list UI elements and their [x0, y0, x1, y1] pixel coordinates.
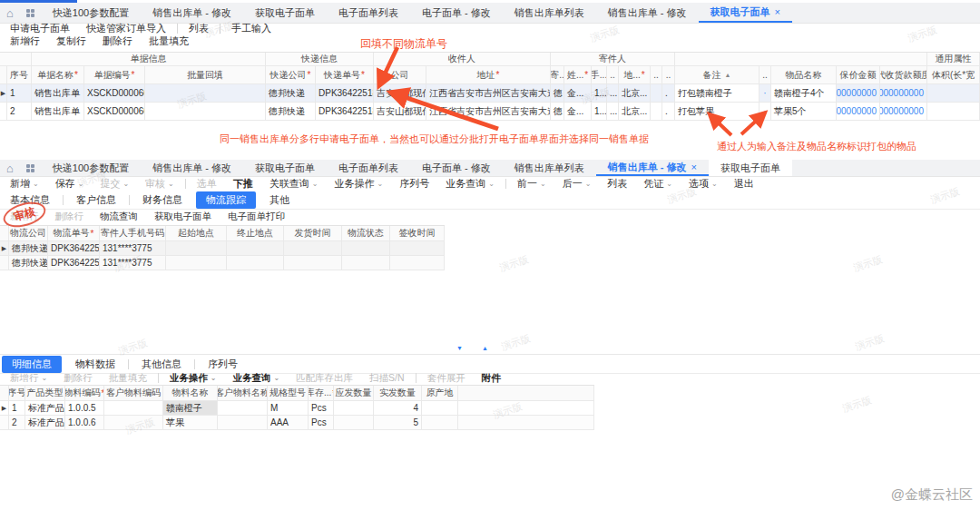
grid-cell-material-code[interactable]: 1.0.0.5 — [65, 401, 104, 416]
grid-cell-tracking-no[interactable]: DPK364225186611 — [316, 103, 374, 121]
tab-ewaybill-list[interactable]: 电子面单列表 — [327, 3, 410, 23]
grid-cell-volume[interactable] — [927, 84, 980, 103]
tab-sales-outbound-edit2[interactable]: 销售出库单 - 修改 — [596, 3, 699, 23]
ewaybill-print-button[interactable]: 电子面单打印 — [220, 211, 293, 223]
grid-row-2[interactable]: 2 标准产品 1.0.0.6 苹果 AAA Pcs 5 — [0, 416, 594, 430]
get-ewaybill-button[interactable]: 获取电子面单 — [146, 211, 220, 223]
close-icon[interactable]: × — [691, 162, 697, 172]
column-header-material-name[interactable]: 物料名称 — [163, 386, 218, 401]
grid-cell-seq[interactable]: 1 — [9, 401, 25, 416]
grid-cell-cod-amount[interactable]: 0.0000000000 — [880, 103, 927, 121]
column-header-misc[interactable]: .. — [760, 66, 771, 84]
delete-row-button[interactable]: 删除行 — [55, 372, 101, 385]
grid-cell-courier[interactable]: 德邦快递 — [266, 84, 316, 103]
tab-sales-outbound-edit-active[interactable]: 销售出库单 - 修改 × — [596, 160, 709, 176]
grid-cell[interactable]: 德 — [551, 84, 564, 103]
column-header-product-type[interactable]: 产品类型 — [25, 386, 65, 401]
tab-sales-outbound-edit[interactable]: 销售出库单 - 修改 — [141, 160, 243, 176]
column-header-batch-fill[interactable]: 批量回填 — [145, 66, 266, 84]
grid-cell-spec-model[interactable]: M — [268, 401, 309, 416]
grid-row-1[interactable]: ▶ 德邦快递 DPK364225186605 131****3775 — [0, 241, 445, 256]
grid-cell-material-name[interactable]: 苹果 — [163, 416, 218, 430]
grid-cell-batch-fill[interactable] — [145, 84, 266, 103]
column-header-logistics-company[interactable]: 物流公司 — [9, 226, 48, 241]
grid-cell-volume[interactable] — [927, 103, 980, 121]
grid-row-2[interactable]: 德邦快递 DPK364225186611 131****3775 — [0, 256, 445, 270]
column-header-due-qty[interactable]: 应发数量 — [334, 386, 374, 401]
apply-ewaybill-button[interactable]: 申请电子面单 — [2, 22, 78, 35]
tab-ewaybill-list[interactable]: 电子面单列表 — [327, 160, 410, 176]
column-header-customer-material-name[interactable]: 客户物料名称 — [218, 386, 268, 401]
grid-cell-goods-name[interactable]: 赣南橙子4个 — [771, 84, 837, 103]
exit-button[interactable]: 退出 — [726, 177, 762, 191]
column-header-end-point[interactable]: 终止地点 — [227, 226, 284, 241]
column-header-company[interactable]: 公司 — [374, 66, 426, 84]
grid-cell-material-name[interactable]: 赣南橙子 — [163, 401, 218, 416]
grid-cell-start-point[interactable] — [166, 256, 227, 270]
business-query-button[interactable]: 业务查询⌄ — [437, 177, 503, 191]
grid-cell-origin[interactable] — [422, 401, 458, 416]
grid-cell-material-code[interactable]: 1.0.0.6 — [65, 416, 104, 430]
grid-cell-logistics-no[interactable]: DPK364225186611 — [48, 256, 100, 270]
manual-input-button[interactable]: 手工输入 — [223, 22, 279, 35]
grid-cell-courier[interactable]: 德邦快递 — [266, 103, 316, 121]
attachment-button[interactable]: 附件 — [474, 372, 509, 385]
business-action-button[interactable]: 业务操作⌄ — [162, 372, 225, 385]
column-header-misc[interactable]: .. — [662, 66, 675, 84]
grid-cell[interactable]: 金... — [564, 103, 592, 121]
grid-cell-sign-time[interactable] — [390, 256, 445, 270]
grid-cell[interactable]: 北京... — [619, 103, 651, 121]
delete-row-button[interactable]: 删除行 — [94, 34, 141, 48]
list-view-button[interactable]: 列表 — [181, 22, 217, 35]
grid-cell-bill-no[interactable]: XSCKD000066 — [84, 84, 145, 103]
grid-cell[interactable]: 北京... — [619, 84, 651, 103]
voucher-button[interactable]: 凭证⌄ — [635, 177, 681, 191]
tab-express100-config[interactable]: 快递100参数配置 — [41, 160, 141, 176]
grid-cell-ship-time[interactable] — [284, 256, 342, 270]
logistics-query-button[interactable]: 物流查询 — [92, 211, 146, 223]
grid-cell-end-point[interactable] — [227, 256, 284, 270]
grid-row-1[interactable]: ▶ 1 销售出库单 XSCKD000066 德邦快递 DPK3642251866… — [0, 84, 980, 103]
save-button[interactable]: 保存⌄ — [47, 177, 93, 191]
other-info-tab[interactable]: 其他信息 — [132, 356, 191, 373]
grid-cell[interactable]: 1... — [592, 103, 607, 121]
delete-row-button[interactable]: 删除行 — [47, 211, 93, 223]
column-header-insured-amount[interactable]: 保价金额 — [837, 66, 880, 84]
select-order-button[interactable]: 选单 — [189, 177, 225, 191]
grid-cell-company[interactable]: 吉安山都现代农业 — [374, 84, 426, 103]
column-header-tracking-no[interactable]: 快递单号* — [316, 66, 374, 84]
batch-fill-button[interactable]: 批量填充 — [141, 34, 197, 48]
column-header-actual-qty[interactable]: 实发数量 — [374, 386, 422, 401]
grid-cell-due-qty[interactable] — [334, 401, 374, 416]
other-tab[interactable]: 其他 — [260, 191, 299, 209]
column-header-courier[interactable]: 快递公司* — [266, 66, 316, 84]
grid-cell-spec-model[interactable]: AAA — [268, 416, 309, 430]
grid-cell-customer-material-code[interactable] — [104, 416, 163, 430]
grid-cell-customer-material-name[interactable] — [218, 416, 268, 430]
kit-expand-button[interactable]: 套件展开 — [419, 372, 474, 385]
grid-cell-bill-name[interactable]: 销售出库单 — [32, 84, 84, 103]
grid-cell-remark[interactable]: 打包赣南橙子 — [675, 84, 760, 103]
grid-cell-origin[interactable] — [422, 416, 458, 430]
batch-fill-button[interactable]: 批量填充 — [101, 372, 155, 385]
options-button[interactable]: 选项⌄ — [681, 177, 726, 191]
grid-cell[interactable]: 德 — [551, 103, 564, 121]
grid-cell-seq[interactable]: 1 — [7, 84, 32, 103]
finance-info-tab[interactable]: 财务信息 — [132, 191, 192, 209]
detail-info-tab[interactable]: 明细信息 — [2, 356, 62, 373]
grid-cell-sender-phone[interactable]: 131****3775 — [100, 241, 166, 256]
grid-cell[interactable]: . — [662, 84, 675, 103]
tab-get-ewaybill[interactable]: 获取电子面单 — [243, 160, 327, 176]
grid-cell-company[interactable]: 吉安山都现代农业 — [374, 103, 426, 121]
grid-cell-sender-phone[interactable]: 131****3775 — [100, 256, 166, 270]
grid-cell-logistics-status[interactable] — [342, 241, 390, 256]
new-button[interactable]: 新增⌄ — [2, 177, 47, 191]
courier-manager-import-button[interactable]: 快递管家订单导入 — [78, 22, 174, 35]
column-header-cod-amount[interactable]: 代收货款额度 — [880, 66, 927, 84]
grid-cell-customer-material-name[interactable] — [218, 401, 268, 416]
sort-asc-icon[interactable]: ▲ — [725, 72, 731, 78]
tab-get-ewaybill2[interactable]: 获取电子面单 — [709, 160, 792, 176]
column-header-bill-no[interactable]: 单据编号* — [84, 66, 145, 84]
home-icon[interactable]: ⌂ — [0, 3, 20, 23]
add-row-button[interactable]: 新增行⌄ — [2, 372, 55, 385]
